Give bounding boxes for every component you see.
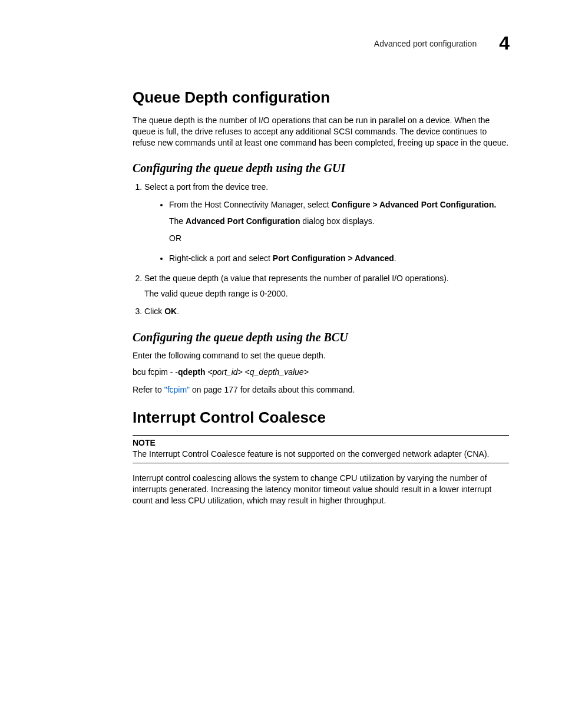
cmd-bold: qdepth [178,367,206,377]
gui-steps: Select a port from the device tree. From… [133,181,509,318]
section-title-interrupt: Interrupt Control Coalesce [133,409,509,427]
step-2-detail: The valid queue depth range is 0-2000. [144,288,509,299]
bullet-2-pre: Right-click a port and select [169,253,273,263]
chapter-number: 4 [499,32,509,54]
cmd-arg: <port_id> <q_depth_value> [206,367,309,377]
step-1-text: Select a port from the device tree. [144,182,268,192]
subsection-title-bcu: Configuring the queue depth using the BC… [133,331,509,344]
header-text: Advanced port configuration [374,39,477,48]
step-1-bullets: From the Host Connectivity Manager, sele… [144,199,509,265]
running-header: Advanced port configuration 4 [133,32,509,54]
bullet-1-pre: From the Host Connectivity Manager, sele… [169,200,331,209]
note-body: The Interrupt Control Coalesce feature i… [133,449,509,464]
note-label: NOTE [133,438,509,447]
or-text: OR [169,232,509,245]
refer-link[interactable]: "fcpim" [164,385,190,394]
note-block: NOTE The Interrupt Control Coalesce feat… [133,435,509,464]
step-3: Click OK. [144,305,509,317]
cmd-pre: bcu fcpim - - [133,367,178,377]
refer-pre: Refer to [133,385,164,394]
bcu-intro: Enter the following command to set the q… [133,350,509,361]
bullet-1: From the Host Connectivity Manager, sele… [169,199,509,245]
bcu-refer: Refer to "fcpim" on page 177 for details… [133,385,509,394]
bullet-1-line2: The Advanced Port Configuration dialog b… [169,215,509,228]
bullet-2: Right-click a port and select Port Confi… [169,252,509,265]
bcu-command: bcu fcpim - -qdepth <port_id> <q_depth_v… [133,367,509,377]
page: Advanced port configuration 4 Queue Dept… [0,0,562,728]
step-3-post: . [177,307,179,316]
bullet-2-post: . [394,253,396,263]
bullet-1-line2-post: dialog box displays. [300,216,374,226]
section-title-queue-depth: Queue Depth configuration [133,88,509,107]
step-3-pre: Click [144,307,164,316]
step-2: Set the queue depth (a value that repres… [144,272,509,300]
step-2-text: Set the queue depth (a value that repres… [144,274,449,283]
bullet-1-line2-pre: The [169,216,186,226]
interrupt-body: Interrupt control coalescing allows the … [133,473,509,506]
bullet-2-bold: Port Configuration > Advanced [273,253,394,263]
bullet-1-line2-bold: Advanced Port Configuration [186,216,300,226]
step-3-bold: OK [164,307,177,316]
subsection-title-gui: Configuring the queue depth using the GU… [133,162,509,175]
step-1: Select a port from the device tree. From… [144,181,509,265]
bullet-1-bold: Configure > Advanced Port Configuration. [331,200,496,209]
section-intro: The queue depth is the number of I/O ope… [133,115,509,149]
refer-post: on page 177 for details about this comma… [190,385,355,394]
